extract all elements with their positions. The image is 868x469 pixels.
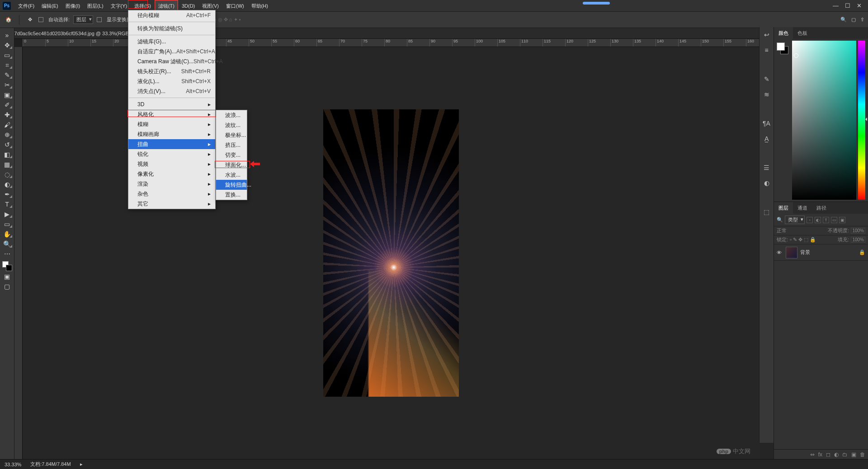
menu-item[interactable]: 消失点(V)...Alt+Ctrl+V	[128, 86, 215, 96]
fg-bg-colors[interactable]	[2, 261, 12, 271]
layer-filter-kind[interactable]: 类型	[785, 216, 805, 224]
group-icon[interactable]: 🗀	[842, 451, 848, 458]
filter-smart-icon[interactable]: ▣	[839, 217, 845, 223]
menu-item[interactable]: 扭曲▸	[128, 139, 215, 149]
menu-item[interactable]: 转换为智能滤镜(S)	[128, 23, 215, 33]
filter-type-icon[interactable]: T	[823, 217, 829, 223]
menu-item[interactable]: 杂色▸	[128, 189, 215, 199]
submenu-item[interactable]: 旋转扭曲...	[216, 180, 247, 190]
adjustment-layer-icon[interactable]: ◐	[834, 451, 839, 458]
filter-pixel-icon[interactable]: ▫	[807, 217, 813, 223]
link-layers-icon[interactable]: ⇔	[810, 451, 815, 458]
hand-tool[interactable]: ✋	[1, 230, 13, 239]
layer-thumbnail[interactable]	[786, 247, 797, 258]
minimize-button[interactable]: —	[833, 2, 839, 9]
delete-layer-icon[interactable]: 🗑	[860, 451, 865, 458]
home-button[interactable]: 🏠	[4, 15, 14, 25]
menu-编辑(E)[interactable]: 编辑(E)	[38, 0, 62, 12]
blur-tool[interactable]: ◌	[1, 170, 13, 179]
visibility-icon[interactable]: 👁	[777, 250, 783, 255]
lock-icons[interactable]: ▫ ✎ ✥ ⬚ 🔒	[790, 237, 816, 243]
stamp-tool[interactable]: ⊕	[1, 130, 13, 139]
opacity-value[interactable]: 100%	[851, 228, 865, 234]
menu-item[interactable]: 视频▸	[128, 159, 215, 169]
pen-tool[interactable]: ✒	[1, 190, 13, 199]
tab-color[interactable]: 颜色	[774, 27, 793, 39]
menu-item[interactable]: 渲染▸	[128, 179, 215, 189]
filter-shape-icon[interactable]: ▭	[831, 217, 837, 223]
saturation-box[interactable]	[792, 41, 856, 200]
tab-channels[interactable]: 通道	[793, 202, 812, 214]
show-transform-checkbox[interactable]	[97, 17, 102, 22]
eyedropper-tool[interactable]: ✐	[1, 100, 13, 109]
search-icon[interactable]: 🔍	[840, 17, 847, 23]
history-brush-tool[interactable]: ↺	[1, 140, 13, 149]
quick-mask[interactable]: ▣	[1, 272, 13, 281]
submenu-item[interactable]: 水波...	[216, 170, 247, 180]
menu-图层(L)[interactable]: 图层(L)	[84, 0, 107, 12]
brush-tool[interactable]: 🖌	[1, 120, 13, 129]
dodge-tool[interactable]: ◐	[1, 180, 13, 189]
auto-select-checkbox[interactable]	[38, 17, 43, 22]
adjustments-icon[interactable]: ◐	[762, 178, 772, 188]
brushes-icon[interactable]: ≋	[762, 89, 772, 99]
crop-tool[interactable]: ✂	[1, 80, 13, 89]
distort-submenu[interactable]: 波浪...波纹...极坐标...挤压...切变...球面化...水波...旋转扭…	[216, 110, 247, 200]
type-tool[interactable]: T	[1, 200, 13, 209]
filter-adjust-icon[interactable]: ◐	[815, 217, 821, 223]
zoom-level[interactable]: 33.33%	[5, 462, 21, 467]
menu-item[interactable]: 其它▸	[128, 199, 215, 209]
character-icon[interactable]: ¶A	[762, 118, 772, 128]
layer-name[interactable]: 背景	[800, 249, 810, 256]
marquee-tool[interactable]: ▭	[1, 51, 13, 60]
menu-窗口(W)[interactable]: 窗口(W)	[222, 0, 248, 12]
quick-select-tool[interactable]: ✎	[1, 70, 13, 80]
menu-文字(Y)[interactable]: 文字(Y)	[107, 0, 131, 12]
menu-item[interactable]: 模糊▸	[128, 119, 215, 129]
eraser-tool[interactable]: ◧	[1, 150, 13, 159]
menu-item[interactable]: 滤镜库(G)...	[128, 37, 215, 47]
submenu-item[interactable]: 球面化...	[216, 160, 247, 170]
submenu-item[interactable]: 极坐标...	[216, 130, 247, 140]
tab-swatches[interactable]: 色板	[793, 27, 812, 39]
color-swatches[interactable]	[777, 42, 788, 54]
properties-icon[interactable]: ≡	[762, 45, 772, 55]
arrange-icon[interactable]: ▢	[851, 17, 856, 23]
document-tab[interactable]: f9a37d0ac9c5ec481d0203b6cf0534d.jpg @ 33…	[0, 28, 144, 39]
libraries-icon[interactable]: ☰	[762, 163, 772, 173]
healing-tool[interactable]: ✚	[1, 110, 13, 119]
menu-item[interactable]: 锐化▸	[128, 149, 215, 159]
history-icon[interactable]: ↩	[762, 30, 772, 40]
new-layer-icon[interactable]: ▣	[851, 451, 856, 458]
layer-fx-icon[interactable]: fx	[818, 451, 822, 458]
path-select-tool[interactable]: ▶	[1, 210, 13, 219]
submenu-item[interactable]: 波浪...	[216, 110, 247, 120]
fill-value[interactable]: 100%	[851, 237, 865, 243]
submenu-item[interactable]: 置换...	[216, 190, 247, 200]
menu-图像(I)[interactable]: 图像(I)	[62, 0, 84, 12]
move-tool[interactable]: ✥	[1, 41, 13, 50]
menu-帮助(H)[interactable]: 帮助(H)	[248, 0, 272, 12]
move-tool-icon[interactable]: ✥	[25, 15, 35, 25]
menu-item[interactable]: Camera Raw 滤镜(C)...Shift+Ctrl+A	[128, 56, 215, 66]
menu-item[interactable]: 模糊画廊▸	[128, 129, 215, 139]
shape-tool[interactable]: ▭	[1, 220, 13, 229]
frame-tool[interactable]: ▣	[1, 90, 13, 99]
tab-paths[interactable]: 路径	[812, 202, 831, 214]
menu-item[interactable]: 像素化▸	[128, 169, 215, 179]
menu-item[interactable]: 自适应广角(A)...Alt+Shift+Ctrl+A	[128, 47, 215, 56]
share-icon[interactable]: ⇪	[860, 17, 864, 23]
lasso-tool[interactable]: ⌗	[1, 61, 13, 70]
edit-toolbar[interactable]: ⋯	[1, 249, 13, 258]
menu-item[interactable]: 液化(L)...Shift+Ctrl+X	[128, 76, 215, 86]
gradient-tool[interactable]: ▦	[1, 160, 13, 169]
layer-mask-icon[interactable]: ◻	[826, 451, 830, 458]
brush-settings-icon[interactable]: ✎	[762, 74, 772, 84]
submenu-item[interactable]: 波纹...	[216, 120, 247, 130]
hue-bar[interactable]	[858, 41, 865, 200]
menu-item[interactable]: 镜头校正(R)...Shift+Ctrl+R	[128, 66, 215, 76]
submenu-item[interactable]: 挤压...	[216, 140, 247, 150]
collapse-icon[interactable]: »	[1, 31, 13, 40]
submenu-item[interactable]: 切变...	[216, 150, 247, 160]
menu-item[interactable]: 径向模糊Alt+Ctrl+F	[128, 10, 215, 20]
